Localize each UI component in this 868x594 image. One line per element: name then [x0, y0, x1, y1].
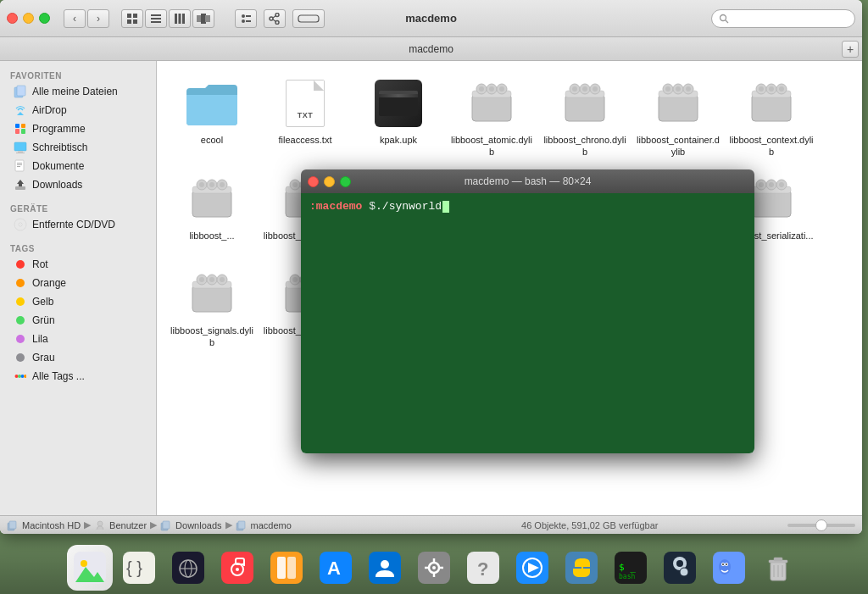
sidebar-tag-gruen[interactable]: Grün — [3, 311, 153, 330]
terminal-title-bar: macdemo — bash — 80×24 — [301, 169, 754, 193]
icon-view-button[interactable] — [121, 9, 143, 28]
list-view-button[interactable] — [145, 9, 167, 28]
terminal-close-button[interactable] — [308, 176, 319, 187]
terminal-window: macdemo — bash — 80×24 :macdemo $ ./synw… — [301, 169, 754, 453]
file-item-libboost-container[interactable]: libboost_container.dylib — [632, 69, 725, 165]
dylib-icon-xx1 — [185, 172, 239, 226]
nav-buttons: ‹ › — [64, 9, 109, 28]
column-view-button[interactable] — [169, 9, 191, 28]
dock-item-steam[interactable] — [657, 545, 703, 591]
svg-rect-4 — [151, 14, 161, 16]
svg-point-226 — [726, 563, 727, 565]
search-box[interactable] — [711, 9, 855, 28]
svg-rect-33 — [16, 153, 25, 153]
dock-item-launchpad[interactable] — [165, 545, 211, 591]
svg-rect-7 — [175, 14, 177, 24]
add-tab-button[interactable]: + — [842, 41, 859, 58]
file-label-libboost-context: libboost_context.dylib — [728, 134, 815, 158]
view-buttons — [121, 9, 214, 28]
svg-point-18 — [270, 17, 273, 20]
svg-point-72 — [665, 86, 670, 92]
file-item-kpak[interactable]: kpak.upk — [352, 69, 445, 165]
terminal-body[interactable]: :macdemo $ ./synworld — [301, 193, 754, 453]
sidebar-item-cd[interactable]: Entfernte CD/DVD — [3, 215, 153, 234]
svg-point-200 — [381, 560, 389, 569]
dock-item-selfservice[interactable] — [362, 545, 408, 591]
file-item-libboost-xx1[interactable]: libboost_... — [165, 165, 259, 261]
tag-button[interactable] — [292, 9, 325, 28]
terminal-prompt: :macdemo $ ./synworld — [309, 200, 746, 213]
file-item-libboost-context[interactable]: libboost_context.dylib — [725, 69, 818, 165]
schreibtisch-label: Schreibtisch — [32, 142, 87, 153]
svg-point-92 — [220, 182, 225, 187]
sidebar-item-alle-dateien[interactable]: Alle meine Dateien — [3, 82, 153, 101]
sidebar-tag-orange[interactable]: Orange — [3, 274, 153, 292]
sidebar-item-airdrop[interactable]: AirDrop — [3, 101, 153, 119]
file-item-ecool[interactable]: ecool — [165, 69, 259, 165]
svg-rect-9 — [182, 14, 185, 24]
sidebar-item-dokumente[interactable]: Dokumente — [3, 157, 153, 175]
svg-marker-39 — [17, 180, 24, 186]
svg-point-46 — [16, 316, 25, 325]
forward-button[interactable]: › — [87, 9, 109, 28]
arrange-button[interactable] — [235, 9, 257, 28]
terminal-maximize-button[interactable] — [340, 176, 351, 187]
title-bar: ‹ › macdemo — [0, 0, 862, 37]
dock-item-finder[interactable] — [706, 545, 752, 591]
sidebar-tag-lila[interactable]: Lila — [3, 330, 153, 348]
svg-point-64 — [572, 86, 577, 92]
svg-rect-35 — [17, 163, 22, 164]
svg-point-66 — [582, 86, 587, 92]
airdrop-icon — [14, 103, 27, 117]
dock-item-appstore[interactable]: A — [313, 545, 359, 591]
svg-rect-31 — [14, 142, 26, 151]
gruen-tag-icon — [14, 314, 27, 327]
file-item-libboost-signals[interactable]: libboost_signals.dylib — [165, 260, 259, 356]
coverflow-view-button[interactable] — [192, 9, 214, 28]
dock-item-trash[interactable] — [755, 545, 801, 591]
sidebar-tag-grau[interactable]: Grau — [3, 348, 153, 367]
dock-item-help[interactable]: ? — [460, 545, 506, 591]
svg-rect-14 — [246, 15, 251, 17]
svg-point-42 — [19, 224, 21, 225]
back-button[interactable]: ‹ — [64, 9, 86, 28]
svg-rect-2 — [127, 19, 131, 24]
sidebar-item-downloads[interactable]: Downloads — [3, 175, 153, 194]
sidebar-alle-tags[interactable]: Alle Tags ... — [3, 367, 153, 386]
svg-point-44 — [16, 279, 25, 287]
dock-item-python[interactable] — [559, 545, 604, 591]
lila-label: Lila — [32, 333, 48, 345]
file-item-libboost-chrono[interactable]: libboost_chrono.dylib — [538, 69, 632, 165]
svg-rect-77 — [752, 94, 791, 121]
file-label-libboost-xx1: libboost_... — [189, 230, 234, 241]
favorites-section-title: FAVORITEN — [0, 68, 156, 82]
terminal-minimize-button[interactable] — [324, 176, 335, 187]
dock-item-terminal[interactable]: $ _bash — [608, 545, 654, 591]
dock-item-itunes[interactable] — [214, 545, 260, 591]
svg-point-96 — [292, 182, 298, 187]
sidebar-item-schreibtisch[interactable]: Schreibtisch — [3, 138, 153, 157]
maximize-button[interactable] — [39, 13, 50, 24]
dock-item-ibooks[interactable] — [264, 545, 309, 591]
orange-label: Orange — [32, 277, 66, 289]
grau-tag-icon — [14, 351, 27, 364]
file-item-fileaccess[interactable]: TXT fileaccess.txt — [259, 69, 352, 165]
svg-rect-196 — [287, 557, 296, 579]
sidebar-item-programme[interactable]: Programme — [3, 119, 153, 138]
svg-rect-8 — [179, 14, 181, 24]
dock-item-quicktime[interactable] — [509, 545, 555, 591]
orange-tag-icon — [14, 276, 27, 290]
sidebar-tag-gelb[interactable]: Gelb — [3, 292, 153, 311]
sidebar-tag-rot[interactable]: Rot — [3, 255, 153, 274]
txt-file-icon: TXT — [278, 76, 332, 130]
alle-dateien-icon — [14, 85, 27, 98]
tab-title: macdemo — [409, 43, 453, 55]
dock-item-systemprefs[interactable] — [411, 545, 457, 591]
minimize-button[interactable] — [23, 13, 34, 24]
share-button[interactable] — [264, 9, 286, 28]
dock-item-photos[interactable] — [67, 545, 113, 591]
close-button[interactable] — [7, 13, 18, 24]
dock-item-scripteditor[interactable]: { } — [116, 545, 162, 591]
cd-icon — [14, 218, 27, 231]
file-item-libboost-atomic[interactable]: libboost_atomic.dylib — [445, 69, 538, 165]
